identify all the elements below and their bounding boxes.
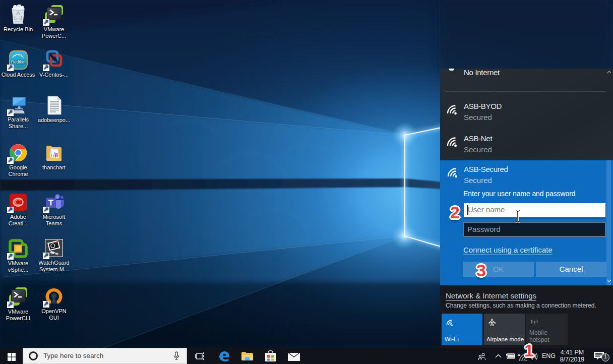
svg-text:Rediker: Rediker [11, 59, 26, 65]
